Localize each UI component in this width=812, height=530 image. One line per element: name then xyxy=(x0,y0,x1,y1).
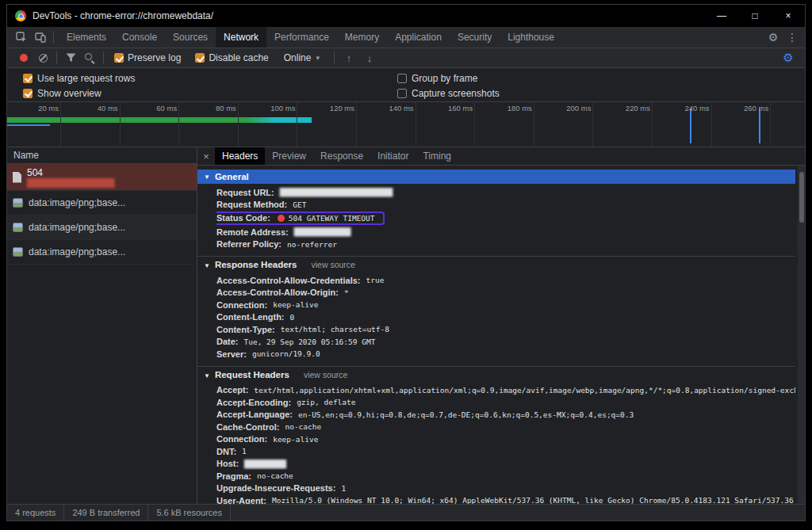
details-tab-timing[interactable]: Timing xyxy=(416,147,458,165)
section-header-response-headers[interactable]: ▼Response Headersview source xyxy=(197,256,795,272)
tab-sources[interactable]: Sources xyxy=(165,27,216,48)
tab-security[interactable]: Security xyxy=(450,27,500,48)
header-key: Accept-Encoding: xyxy=(216,398,291,407)
checkbox-show-overview[interactable]: Show overview xyxy=(7,88,397,99)
options-row: Show overviewCapture screenshots xyxy=(7,86,805,101)
request-name: data:image/png;base... xyxy=(29,246,191,257)
device-toolbar-icon[interactable] xyxy=(31,28,50,47)
tab-application[interactable]: Application xyxy=(387,27,450,48)
minimize-button[interactable]: — xyxy=(705,5,738,27)
header-key: Remote Address: xyxy=(216,227,289,237)
import-har-button[interactable]: ↑ xyxy=(339,49,358,67)
network-toolbar: Preserve log Disable cache Online ▾ ↑ ↓ … xyxy=(7,48,805,68)
scrollbar-thumb[interactable] xyxy=(799,172,804,223)
header-field: Upgrade-Insecure-Requests:1 xyxy=(216,482,795,495)
header-key: Date: xyxy=(216,337,239,346)
header-value: true xyxy=(366,276,385,284)
tab-lighthouse[interactable]: Lighthouse xyxy=(500,27,562,48)
checkbox-box xyxy=(23,89,33,98)
main-tabbar-tabs: ElementsConsoleSourcesNetworkPerformance… xyxy=(59,27,562,48)
header-value: no-referrer xyxy=(287,240,337,249)
header-field: Request URL:████████████████████████████… xyxy=(216,186,795,199)
search-button[interactable] xyxy=(81,49,98,67)
header-key: Status Code: xyxy=(216,213,270,223)
throttling-select[interactable]: Online ▾ xyxy=(278,52,329,63)
clear-button[interactable] xyxy=(34,49,52,67)
header-field: Pragma:no-cache xyxy=(216,470,795,482)
tab-memory[interactable]: Memory xyxy=(337,27,387,48)
request-row[interactable]: data:image/png;base... xyxy=(7,240,197,265)
tab-performance[interactable]: Performance xyxy=(266,27,337,48)
disable-cache-checkbox[interactable]: Disable cache xyxy=(190,52,275,63)
settings-gear-icon[interactable]: ⚙ xyxy=(764,28,783,47)
timeline-overview[interactable]: 20 ms40 ms60 ms80 ms100 ms120 ms140 ms16… xyxy=(7,101,805,147)
clear-icon xyxy=(39,54,48,63)
close-details-icon[interactable]: × xyxy=(197,147,215,165)
header-key: Referrer Policy: xyxy=(216,239,282,249)
main-split: Name 504██████████████████data:image/png… xyxy=(7,147,805,504)
tab-network[interactable]: Network xyxy=(216,27,266,48)
header-key: Server: xyxy=(216,349,247,359)
name-column-header[interactable]: Name xyxy=(7,147,197,164)
header-key: Upgrade-Insecure-Requests: xyxy=(216,483,335,493)
header-value: ██████████████████████████████ xyxy=(280,188,393,196)
timeline-green-bar xyxy=(7,117,312,123)
general-section-header[interactable]: ▼General xyxy=(197,170,795,184)
section-header-request-headers[interactable]: ▼Request Headersview source xyxy=(197,366,795,382)
details-tab-preview[interactable]: Preview xyxy=(265,147,313,165)
checkbox-capture-screenshots[interactable]: Capture screenshots xyxy=(397,88,500,99)
checkbox-label: Capture screenshots xyxy=(412,88,500,99)
checkbox-box xyxy=(23,74,33,83)
close-button[interactable]: × xyxy=(772,5,805,27)
header-field: Accept-Language:en-US,en;q=0.9,hi;q=0.8,… xyxy=(216,409,795,421)
checkbox-label: Use large request rows xyxy=(37,73,135,84)
status-dot-icon xyxy=(278,215,285,222)
window-title: DevTools - chrome-error://chromewebdata/ xyxy=(33,10,213,21)
details-tab-initiator[interactable]: Initiator xyxy=(370,147,416,165)
document-icon xyxy=(13,172,21,183)
header-field: Remote Address:███████████████ xyxy=(216,226,795,238)
header-field: Server:gunicorn/19.9.0 xyxy=(216,348,795,360)
view-source-link[interactable]: view source xyxy=(311,260,354,269)
timeline-tick: 240 ms xyxy=(711,102,712,147)
request-row[interactable]: 504██████████████████ xyxy=(7,164,197,191)
request-subtext: ██████████████████ xyxy=(27,179,191,187)
header-field: Host:███████████ xyxy=(216,458,795,471)
export-har-button[interactable]: ↓ xyxy=(360,49,379,67)
header-key: Request Method: xyxy=(216,200,287,209)
checkbox-group-by-frame[interactable]: Group by frame xyxy=(397,73,477,84)
header-field: Content-Length:0 xyxy=(216,311,795,324)
chevron-down-icon: ▾ xyxy=(316,54,320,62)
network-settings-gear-icon[interactable]: ⚙ xyxy=(779,49,797,67)
preserve-log-checkbox[interactable]: Preserve log xyxy=(109,52,188,63)
inspect-element-icon[interactable] xyxy=(12,28,31,47)
header-value: Mozilla/5.0 (Windows NT 10.0; Win64; x64… xyxy=(272,496,794,504)
header-value: text/html; charset=utf-8 xyxy=(281,325,389,334)
tab-console[interactable]: Console xyxy=(114,27,165,48)
header-key: Request URL: xyxy=(216,188,274,197)
view-source-link[interactable]: view source xyxy=(304,370,347,379)
request-row[interactable]: data:image/png;base... xyxy=(7,191,197,215)
header-field: Status Code:504 GATEWAY TIMEOUT xyxy=(216,211,795,226)
request-row[interactable]: data:image/png;base... xyxy=(7,215,197,240)
record-button[interactable] xyxy=(15,49,33,67)
kebab-menu-icon[interactable]: ⋮ xyxy=(783,28,802,47)
request-name: data:image/png;base... xyxy=(29,197,191,208)
scrollbar[interactable] xyxy=(798,166,805,504)
checkbox-use-large-request-rows[interactable]: Use large request rows xyxy=(7,73,397,84)
details-panel: × HeadersPreviewResponseInitiatorTiming … xyxy=(197,147,805,504)
triangle-down-icon: ▼ xyxy=(204,262,210,269)
header-value: gzip, deflate xyxy=(297,398,355,406)
section-title: Response Headers xyxy=(215,260,297,269)
tab-elements[interactable]: Elements xyxy=(59,27,114,48)
details-tab-headers[interactable]: Headers xyxy=(215,147,265,165)
maximize-button[interactable]: □ xyxy=(738,5,772,27)
header-value: gunicorn/19.9.0 xyxy=(252,349,320,358)
tabbar-right-group: ⚙ ⋮ xyxy=(764,27,805,48)
throttling-value: Online xyxy=(284,52,312,63)
options-rows: Use large request rowsGroup by frameShow… xyxy=(7,68,805,101)
filter-button[interactable] xyxy=(62,49,79,67)
header-value: 504 GATEWAY TIMEOUT xyxy=(289,214,375,223)
details-tab-response[interactable]: Response xyxy=(313,147,370,165)
chrome-icon xyxy=(15,10,26,21)
